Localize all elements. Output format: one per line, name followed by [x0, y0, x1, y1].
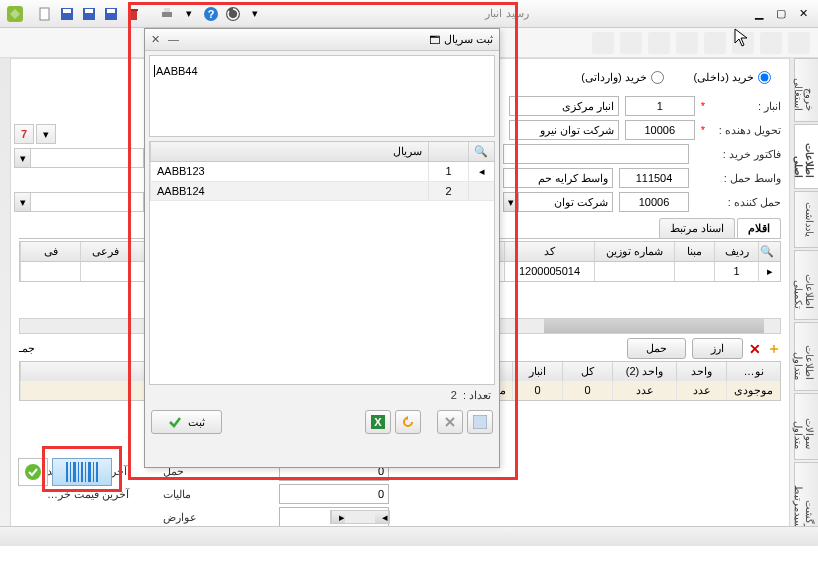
- minimize-icon[interactable]: ▁: [750, 5, 768, 23]
- serial-input[interactable]: AABB44: [149, 55, 495, 137]
- col-row: ردیف: [714, 242, 758, 261]
- chevron-down-icon[interactable]: ▾: [180, 5, 198, 23]
- col-serial: سریال: [150, 142, 428, 161]
- svg-rect-1: [40, 8, 49, 20]
- modal-minimize-icon[interactable]: —: [168, 33, 179, 46]
- svg-rect-18: [73, 462, 76, 482]
- invoice-input[interactable]: [503, 144, 689, 164]
- remove-icon[interactable]: ✕: [749, 341, 761, 357]
- save-icon[interactable]: [58, 5, 76, 23]
- modal-close-icon[interactable]: ✕: [151, 33, 160, 46]
- tool-icon[interactable]: [592, 32, 614, 54]
- tool-icon[interactable]: [620, 32, 642, 54]
- svg-rect-20: [81, 462, 83, 482]
- cell: 0: [562, 381, 612, 400]
- shipper-code-input[interactable]: [619, 192, 689, 212]
- submit-button[interactable]: ثبت: [151, 410, 222, 434]
- svg-rect-7: [107, 9, 115, 13]
- side-tab[interactable]: اطلاعات متداول: [794, 322, 818, 391]
- serial-row[interactable]: ◂ 1 AABB123: [150, 162, 494, 182]
- clear-icon[interactable]: ▾: [36, 124, 56, 144]
- radio-input[interactable]: [651, 71, 664, 84]
- side-tab[interactable]: اطلاعات اصلی: [794, 124, 818, 189]
- cell: 2: [428, 182, 468, 201]
- dropdown-icon[interactable]: ▾: [15, 193, 31, 211]
- barcode-button[interactable]: [52, 458, 112, 486]
- tab-related[interactable]: اسناد مرتبط: [659, 218, 735, 238]
- svg-rect-5: [85, 9, 93, 13]
- radio-import[interactable]: خرید (وارداتی): [581, 71, 663, 84]
- col-sub: فرعی: [80, 242, 130, 261]
- radio-label: خرید (داخلی): [694, 71, 754, 84]
- col-code: کد: [504, 242, 594, 261]
- svg-rect-25: [473, 415, 487, 429]
- tool-icon[interactable]: [732, 32, 754, 54]
- label: عوارض: [163, 511, 273, 524]
- carrier-label: واسط حمل :: [711, 172, 781, 185]
- chevron-down-icon[interactable]: ▾: [246, 5, 264, 23]
- label: آخرین قیمت خر…: [47, 488, 157, 501]
- svg-rect-10: [162, 12, 172, 17]
- confirm-round-button[interactable]: [18, 458, 48, 486]
- left-controls: 7 ▾ ▾ ▾: [14, 124, 144, 216]
- undo-icon[interactable]: [395, 410, 421, 434]
- radio-input[interactable]: [758, 71, 771, 84]
- label: مالیات: [163, 488, 273, 501]
- save2-icon[interactable]: [80, 5, 98, 23]
- count-value: 2: [451, 389, 457, 401]
- window-title: رسید انبار: [485, 7, 528, 20]
- col: انبار: [512, 362, 562, 381]
- dropdown-icon[interactable]: ▾: [15, 149, 31, 167]
- col-weigh: شماره توزین: [594, 242, 674, 261]
- tool-icon[interactable]: [704, 32, 726, 54]
- cell: 1: [714, 262, 758, 281]
- tool-icon[interactable]: [788, 32, 810, 54]
- cal-icon[interactable]: 7: [14, 124, 34, 144]
- warehouse-name-input[interactable]: [509, 96, 619, 116]
- radio-internal[interactable]: خرید (داخلی): [694, 71, 771, 84]
- svg-rect-21: [85, 462, 86, 482]
- svg-rect-3: [63, 9, 71, 13]
- carrier-code-input[interactable]: [619, 168, 689, 188]
- refresh-icon[interactable]: [224, 5, 242, 23]
- app-logo-icon: [6, 5, 24, 23]
- small-scrollbar[interactable]: ◂▸: [330, 510, 390, 524]
- maximize-icon[interactable]: ▢: [772, 5, 790, 23]
- svg-rect-22: [88, 462, 91, 482]
- supplier-name-input[interactable]: [509, 120, 619, 140]
- delete-icon[interactable]: [437, 410, 463, 434]
- close-icon[interactable]: ✕: [794, 5, 812, 23]
- save3-icon[interactable]: [102, 5, 120, 23]
- tab-items[interactable]: اقلام: [737, 218, 781, 238]
- side-tab[interactable]: خروج استغالی: [794, 58, 818, 122]
- count-label: تعداد :: [463, 389, 491, 401]
- new-icon[interactable]: [36, 5, 54, 23]
- supplier-label: تحویل دهنده :: [711, 124, 781, 137]
- search-icon[interactable]: 🔍: [468, 142, 494, 161]
- serial-row[interactable]: 2 AABB124: [150, 182, 494, 201]
- search-icon[interactable]: 🔍: [758, 242, 780, 261]
- delete-icon[interactable]: [124, 5, 142, 23]
- excel-icon[interactable]: X: [365, 410, 391, 434]
- tool-icon[interactable]: [676, 32, 698, 54]
- main-toolbar: ▾ ? ▾ رسید انبار ▁ ▢ ✕: [0, 0, 818, 28]
- col: نو…: [726, 362, 780, 381]
- side-tab[interactable]: سوالات متداول: [794, 393, 818, 459]
- print-icon[interactable]: [158, 5, 176, 23]
- tool-icon[interactable]: [760, 32, 782, 54]
- ship-button[interactable]: حمل: [627, 338, 686, 359]
- sum-input[interactable]: [279, 484, 389, 504]
- currency-button[interactable]: ارز: [692, 338, 743, 359]
- shipper-name-input[interactable]: [519, 192, 613, 212]
- grid-icon[interactable]: [467, 410, 493, 434]
- help-icon[interactable]: ?: [202, 5, 220, 23]
- dropdown-icon[interactable]: ▾: [503, 192, 519, 212]
- warehouse-code-input[interactable]: [625, 96, 695, 116]
- submit-label: ثبت: [188, 416, 205, 429]
- supplier-code-input[interactable]: [625, 120, 695, 140]
- side-tab[interactable]: اطلاعات تکمیلی: [794, 250, 818, 320]
- side-tab[interactable]: یادداشت: [794, 191, 818, 248]
- tool-icon[interactable]: [648, 32, 670, 54]
- carrier-name-input[interactable]: [503, 168, 613, 188]
- add-icon[interactable]: ＋: [767, 340, 781, 358]
